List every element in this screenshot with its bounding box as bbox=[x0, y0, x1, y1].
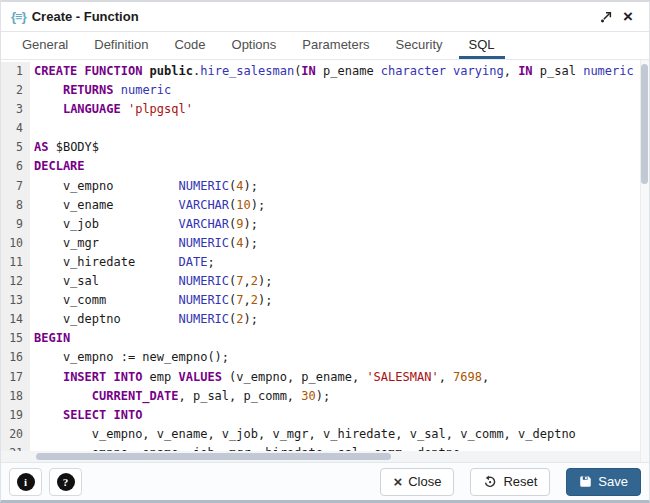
tab-sql[interactable]: SQL bbox=[459, 32, 505, 59]
tab-parameters[interactable]: Parameters bbox=[292, 32, 379, 59]
code-line: 2 RETURNS numeric bbox=[1, 81, 649, 100]
tab-bar: General Definition Code Options Paramete… bbox=[1, 32, 649, 60]
tab-security[interactable]: Security bbox=[386, 32, 453, 59]
info-icon: i bbox=[17, 473, 35, 491]
code-line: 11 v_hiredate DATE; bbox=[1, 253, 649, 272]
horizontal-scrollbar-thumb[interactable] bbox=[36, 453, 391, 460]
tab-code[interactable]: Code bbox=[164, 32, 215, 59]
function-icon: {≡} bbox=[11, 9, 26, 24]
code-line: 15BEGIN bbox=[1, 329, 649, 348]
code-line: 13 v_comm NUMERIC(7,2); bbox=[1, 291, 649, 310]
info-button[interactable]: i bbox=[9, 468, 42, 496]
code-area[interactable]: 1CREATE FUNCTION public.hire_salesman(IN… bbox=[1, 60, 649, 462]
code-lines: 1CREATE FUNCTION public.hire_salesman(IN… bbox=[1, 62, 649, 462]
save-button[interactable]: Save bbox=[566, 468, 641, 496]
code-line: 9 v_job VARCHAR(9); bbox=[1, 215, 649, 234]
code-line: 4 bbox=[1, 119, 649, 138]
code-line: 12 v_sal NUMERIC(7,2); bbox=[1, 272, 649, 291]
code-line: 1CREATE FUNCTION public.hire_salesman(IN… bbox=[1, 62, 649, 81]
code-line: 19 SELECT INTO bbox=[1, 406, 649, 425]
dialog-title: Create - Function bbox=[32, 9, 139, 24]
maximize-icon[interactable] bbox=[595, 6, 617, 28]
close-icon[interactable]: × bbox=[617, 6, 639, 28]
code-line: 7 v_empno NUMERIC(4); bbox=[1, 177, 649, 196]
code-line: 8 v_ename VARCHAR(10); bbox=[1, 196, 649, 215]
tab-general[interactable]: General bbox=[12, 32, 78, 59]
tab-definition[interactable]: Definition bbox=[84, 32, 158, 59]
horizontal-scrollbar-track[interactable] bbox=[1, 451, 640, 462]
code-line: 6DECLARE bbox=[1, 157, 649, 176]
code-line: 14 v_deptno NUMERIC(2); bbox=[1, 310, 649, 329]
code-line: 3 LANGUAGE 'plpgsql' bbox=[1, 100, 649, 119]
footer-toolbar: i ? × Close Reset bbox=[1, 462, 649, 500]
code-line: 17 INSERT INTO emp VALUES (v_empno, p_en… bbox=[1, 368, 649, 387]
tab-options[interactable]: Options bbox=[222, 32, 287, 59]
close-button[interactable]: × Close bbox=[380, 468, 454, 496]
help-button[interactable]: ? bbox=[49, 468, 82, 496]
create-function-dialog: {≡} Create - Function × General Definiti… bbox=[0, 0, 650, 503]
code-line: 5AS $BODY$ bbox=[1, 138, 649, 157]
code-line: 16 v_empno := new_empno(); bbox=[1, 348, 649, 367]
save-button-label: Save bbox=[598, 474, 628, 489]
code-line: 20 v_empno, v_ename, v_job, v_mgr, v_hir… bbox=[1, 425, 649, 444]
code-line: 10 v_mgr NUMERIC(4); bbox=[1, 234, 649, 253]
vertical-scrollbar-track[interactable] bbox=[640, 60, 649, 462]
code-line: 18 CURRENT_DATE, p_sal, p_comm, 30); bbox=[1, 387, 649, 406]
vertical-scrollbar-thumb[interactable] bbox=[641, 64, 648, 184]
save-icon bbox=[579, 475, 592, 488]
close-button-label: Close bbox=[408, 474, 441, 489]
reset-icon bbox=[483, 475, 497, 489]
reset-button[interactable]: Reset bbox=[470, 468, 550, 496]
titlebar: {≡} Create - Function × bbox=[1, 2, 649, 32]
reset-button-label: Reset bbox=[503, 474, 537, 489]
help-icon: ? bbox=[57, 473, 75, 491]
close-x-icon: × bbox=[393, 474, 402, 489]
